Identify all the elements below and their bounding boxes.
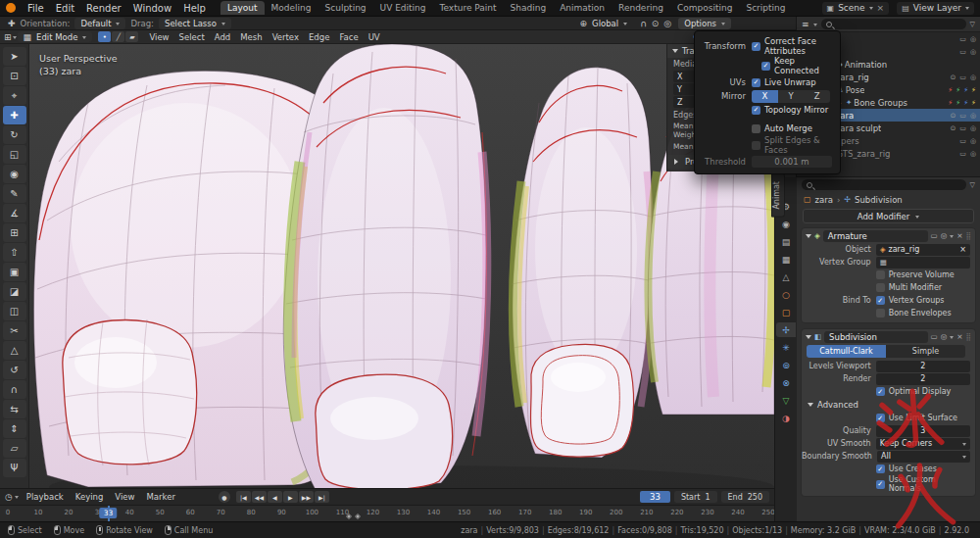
tool-move[interactable]: ✚ <box>3 106 26 124</box>
viewport-menu-add[interactable]: Add <box>210 32 235 42</box>
workspace-tab-rendering[interactable]: Rendering <box>612 1 670 15</box>
view-layer-tab[interactable]: ▦ <box>776 252 796 267</box>
split-edges-faces-checkbox[interactable]: Split Edges & Faces <box>752 135 832 155</box>
menu-render[interactable]: Render <box>80 2 127 15</box>
workspace-tab-shading[interactable]: Shading <box>504 1 554 15</box>
collapse-icon[interactable] <box>806 335 811 342</box>
modifier-name-field[interactable]: Subdivision <box>824 331 927 343</box>
tool-extrude-region[interactable]: ⇧ <box>3 243 26 262</box>
display-viewport-icon[interactable]: ▭ <box>931 332 938 341</box>
simple-button[interactable]: Simple <box>886 345 965 358</box>
vertex-group-field[interactable]: ▦ <box>876 257 970 269</box>
topology-mirror-checkbox[interactable]: Topology Mirror <box>752 105 832 115</box>
hide-render-icon[interactable]: ◎ <box>970 73 976 81</box>
viewport-menu-select[interactable]: Select <box>174 32 210 42</box>
hide-render-icon[interactable]: ◎ <box>970 124 976 132</box>
use-custom-normals-checkbox[interactable]: Use Custom Normals <box>876 475 970 493</box>
workspace-tab-animation[interactable]: Animation <box>553 1 612 15</box>
hide-eye-icon[interactable]: ⊙ <box>950 112 956 120</box>
correct-face-attributes-checkbox[interactable]: Correct Face Attributes <box>752 36 832 56</box>
hide-viewport-icon[interactable]: ▭ <box>959 73 966 81</box>
second-toe-mesh[interactable] <box>283 44 487 488</box>
threshold-field[interactable]: 0.001 m <box>752 156 832 168</box>
workspace-tab-modeling[interactable]: Modeling <box>265 1 318 15</box>
tool-rip-region[interactable]: Ψ <box>3 459 26 477</box>
viewport-menu-view[interactable]: View <box>144 32 173 42</box>
tool-select-box[interactable]: ⊡ <box>3 67 26 85</box>
hide-render-icon[interactable]: ◎ <box>970 150 976 158</box>
start-frame-field[interactable]: Start1 <box>674 491 717 503</box>
keyframe-marker-icon[interactable] <box>355 514 361 519</box>
tool-cursor[interactable]: ⌖ <box>3 86 26 105</box>
viewport-menu-mesh[interactable]: Mesh <box>235 32 267 42</box>
jump-to-end-button[interactable]: ▶| <box>315 491 329 503</box>
timeline-menu-marker[interactable]: Marker <box>141 491 181 503</box>
options-dropdown[interactable]: Options <box>678 18 731 29</box>
unlink-scene-icon[interactable]: × <box>877 3 885 13</box>
menu-help[interactable]: Help <box>177 2 212 15</box>
modifier-name-field[interactable]: Armature <box>823 230 928 242</box>
multi-modifier-checkbox[interactable]: Multi Modifier <box>876 283 970 292</box>
snap-magnet-icon[interactable]: ∩ <box>640 19 647 28</box>
sidebar-tab-animation[interactable]: Animat <box>771 173 785 218</box>
tool-add-cube[interactable]: ⊞ <box>3 223 26 242</box>
display-render-icon[interactable]: ◎ <box>941 231 948 240</box>
vertex-groups-checkbox[interactable]: Vertex Groups <box>876 296 970 305</box>
timeline-ruler[interactable]: 33 0102030405060708090100110120130140150… <box>0 505 774 521</box>
object-tab[interactable]: ▢ <box>776 305 796 319</box>
orientation-dropdown[interactable]: Default <box>74 18 125 29</box>
tool-scale[interactable]: ◱ <box>3 145 26 164</box>
render-levels-field[interactable]: 2 <box>876 373 970 385</box>
editor-type-icon[interactable]: ⊞ <box>4 32 12 42</box>
hide-viewport-icon[interactable]: ▭ <box>959 35 966 43</box>
edge-select-icon[interactable]: ╱ <box>112 31 124 42</box>
extras-menu-icon[interactable] <box>950 336 954 341</box>
proportional-edit-icon[interactable]: ⊙ <box>652 19 660 28</box>
drag-handle-icon[interactable]: ⣿ <box>966 231 972 240</box>
boundary-smooth-dropdown[interactable]: All <box>877 451 970 463</box>
workspace-tab-texture-paint[interactable]: Texture Paint <box>433 1 504 15</box>
tool-rotate[interactable]: ↻ <box>3 125 26 144</box>
uv-smooth-dropdown[interactable]: Keep Corners <box>876 438 970 450</box>
auto-keying-button[interactable]: ● <box>219 491 230 503</box>
workspace-tab-compositing[interactable]: Compositing <box>670 1 739 15</box>
keep-connected-checkbox[interactable]: Keep Connected <box>752 56 832 75</box>
current-frame-field[interactable]: 33 <box>640 491 670 503</box>
tool-tweak[interactable]: ➤ <box>3 47 26 66</box>
filter-icon[interactable]: ▽ <box>970 21 975 28</box>
particles-tab[interactable]: ✳ <box>776 340 796 355</box>
mode-dropdown[interactable]: ▦ Edit Mode <box>18 31 93 42</box>
filter-icon[interactable]: ▽ <box>970 181 975 189</box>
modifiers-tab[interactable]: ✢ <box>776 322 796 337</box>
output-tab[interactable]: ▤ <box>776 234 796 249</box>
clear-object-icon[interactable]: × <box>959 245 966 254</box>
timeline-menu-playback[interactable]: Playback <box>21 491 70 503</box>
auto-merge-checkbox[interactable]: Auto Merge <box>752 123 832 133</box>
drag-dropdown[interactable]: Select Lasso <box>159 18 231 29</box>
collapse-icon[interactable] <box>806 234 811 241</box>
end-frame-field[interactable]: End250 <box>721 491 769 503</box>
tool-smooth[interactable]: ∩ <box>3 380 26 399</box>
preserve-volume-checkbox[interactable]: Preserve Volume <box>876 270 970 279</box>
outliner-search-input[interactable] <box>821 19 966 29</box>
tool-poly-build[interactable]: △ <box>3 341 26 360</box>
tool-measure[interactable]: ∡ <box>3 204 26 222</box>
view-layer-selector[interactable]: ▤ View Layer <box>897 2 974 15</box>
hide-viewport-icon[interactable]: ▭ <box>959 137 966 145</box>
physics-tab[interactable]: ⊚ <box>776 358 796 372</box>
drag-handle-icon[interactable]: ⣿ <box>966 332 972 341</box>
tool-loop-cut[interactable]: ◫ <box>3 302 26 320</box>
transform-orientation-dropdown[interactable]: ⊕ Global <box>574 18 634 29</box>
use-creases-checkbox[interactable]: Use Creases <box>876 465 970 473</box>
display-viewport-icon[interactable]: ▭ <box>931 231 938 240</box>
tool-shear[interactable]: ▱ <box>3 439 26 458</box>
tool-annotate[interactable]: ✎ <box>3 184 26 203</box>
breadcrumb-object[interactable]: zara <box>815 195 833 205</box>
prev-keyframe-button[interactable]: ◀◀ <box>252 491 267 503</box>
tool-spin[interactable]: ↺ <box>3 361 26 379</box>
menu-edit[interactable]: Edit <box>50 2 80 15</box>
hide-render-icon[interactable]: ◎ <box>970 112 976 120</box>
workspace-tab-layout[interactable]: Layout <box>220 1 265 15</box>
outliner-editor-icon[interactable]: ≡ <box>802 20 809 29</box>
tool-bevel[interactable]: ◪ <box>3 282 26 301</box>
